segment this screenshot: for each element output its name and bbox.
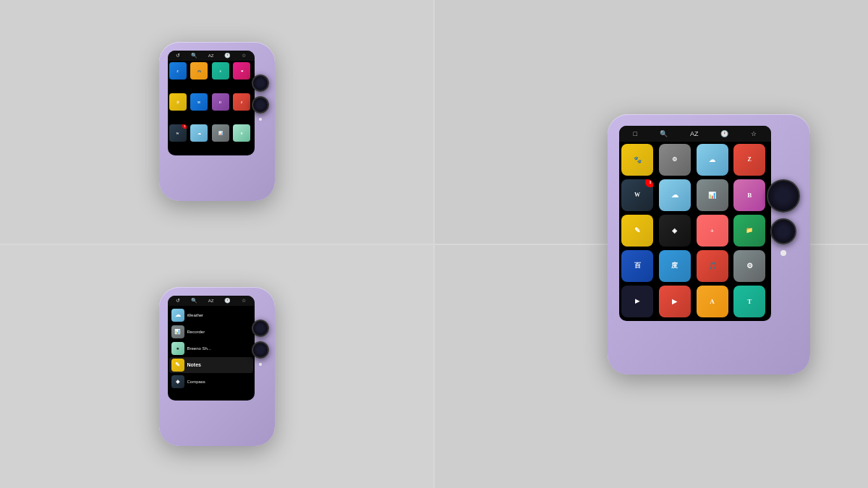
toolbar-bottom-left: ↺ 🔍 AZ 🕐 ☆: [168, 296, 255, 306]
label-weather: Weather: [187, 313, 204, 317]
sensor-bl: [259, 363, 262, 366]
secondary-lens-tl: [252, 96, 269, 114]
clock-icon: 🕐: [224, 53, 231, 59]
badge-lg: 1: [645, 179, 653, 187]
badge-count: 1: [182, 124, 187, 129]
app-r2[interactable]: ⚙: [659, 144, 691, 176]
app-grid-tl: Z 🎮 S ❤ 开 M D Z W 1 ☁ 📊 B: [168, 61, 255, 155]
app-baidu1[interactable]: 百: [621, 250, 653, 282]
clock-icon-bl: 🕐: [224, 298, 231, 304]
star-icon: ☆: [242, 53, 246, 59]
app-zapya-lg[interactable]: Z: [733, 144, 765, 176]
camera-module-tl: [252, 74, 269, 121]
app-zapya[interactable]: Z: [233, 93, 250, 111]
app-r5a[interactable]: ▶: [621, 286, 653, 317]
app-settings[interactable]: ⚙: [733, 250, 765, 282]
app-smart[interactable]: S: [212, 62, 229, 80]
app-music[interactable]: 🎵: [697, 250, 728, 282]
sort-icon-lg: AZ: [690, 130, 699, 137]
app-notes-lg[interactable]: ✎: [621, 215, 653, 247]
app-cloud[interactable]: ☁: [697, 144, 728, 176]
app-badged[interactable]: W1: [621, 179, 653, 211]
list-item-recorder[interactable]: 📊 Recorder: [169, 324, 253, 340]
main-lens-bl: [252, 320, 269, 337]
quadrant-top-left: ↺ 🔍 AZ 🕐 ☆ Z 🎮 S ❤ 开 M D Z: [0, 0, 433, 244]
label-breeno: Breeno Sh...: [187, 346, 211, 351]
phone-large: □ 🔍 AZ 🕐 ☆ 🐾 ⚙ ☁ Z W1 ☁: [608, 114, 810, 374]
app-list-bl: ☁ Weather 📊 Recorder ● Breeno Sh... ✎ No…: [168, 306, 255, 391]
app-breeno[interactable]: B: [233, 124, 250, 142]
phone-bottom-left: ↺ 🔍 AZ 🕐 ☆ ☁ Weather 📊 Recorder: [159, 287, 275, 446]
quadrant-bottom-left: ↺ 🔍 AZ 🕐 ☆ ☁ Weather 📊 Recorder: [0, 245, 433, 489]
camera-module-lg: [767, 179, 800, 256]
box-icon: □: [634, 130, 637, 137]
phone-right-large: □ 🔍 AZ 🕐 ☆ 🐾 ⚙ ☁ Z W1 ☁: [608, 114, 810, 374]
app-compass-lg[interactable]: ◈: [659, 215, 691, 247]
main-lens-tl: [252, 74, 269, 92]
app-digilocker[interactable]: D: [212, 93, 229, 111]
app-game[interactable]: 🎮: [190, 62, 208, 80]
app-r5d[interactable]: T: [733, 286, 765, 317]
list-item-breeno[interactable]: ● Breeno Sh...: [169, 341, 253, 356]
app-kaixin[interactable]: 开: [169, 93, 187, 111]
refresh-icon-bl: ↺: [176, 298, 180, 304]
secondary-lens-bl: [252, 341, 269, 359]
app-r5c[interactable]: A: [697, 286, 728, 317]
app-health[interactable]: ❤: [233, 62, 250, 80]
screen-top-left: ↺ 🔍 AZ 🕐 ☆ Z 🎮 S ❤ 开 M D Z: [168, 51, 255, 155]
label-recorder: Recorder: [187, 330, 205, 334]
icon-compass: ◈: [171, 375, 184, 388]
app-pokemon[interactable]: 🐾: [621, 144, 653, 176]
app-r5b[interactable]: ▶: [659, 286, 691, 317]
refresh-icon: ↺: [176, 53, 180, 59]
toolbar-top-left: ↺ 🔍 AZ 🕐 ☆: [168, 51, 255, 61]
search-icon-lg: 🔍: [660, 130, 668, 137]
app-mimo[interactable]: M: [190, 93, 208, 111]
screen-large: □ 🔍 AZ 🕐 ☆ 🐾 ⚙ ☁ Z W1 ☁: [619, 126, 771, 321]
sensor-tl: [259, 118, 262, 121]
sort-icon: AZ: [208, 53, 214, 58]
app-recorder[interactable]: 📊: [212, 124, 229, 142]
icon-notes: ✎: [171, 359, 184, 372]
sort-icon-bl: AZ: [208, 299, 214, 303]
app-calc[interactable]: +: [697, 215, 728, 247]
main-lens-lg: [767, 179, 800, 213]
search-icon: 🔍: [191, 53, 197, 59]
icon-weather: ☁: [171, 309, 184, 322]
screen-bottom-left: ↺ 🔍 AZ 🕐 ☆ ☁ Weather 📊 Recorder: [168, 296, 255, 401]
clock-icon-lg: 🕐: [720, 130, 728, 137]
star-icon-bl: ☆: [242, 298, 246, 304]
app-baidu2[interactable]: 度: [659, 250, 691, 282]
star-icon-lg: ☆: [751, 130, 757, 137]
toolbar-large: □ 🔍 AZ 🕐 ☆: [619, 126, 771, 142]
app-recorder-lg[interactable]: 📊: [697, 179, 728, 211]
app-breeno-lg[interactable]: B: [733, 179, 765, 211]
app-weather-lg[interactable]: ☁: [659, 179, 691, 211]
list-item-notes[interactable]: ✎ Notes: [169, 357, 253, 373]
app-ios-widget[interactable]: W 1: [169, 124, 187, 142]
list-item-compass[interactable]: ◈ Compass: [169, 374, 253, 390]
app-files[interactable]: 📁: [733, 215, 765, 247]
camera-module-bl: [252, 320, 269, 366]
icon-breeno: ●: [171, 342, 184, 355]
secondary-lens-lg: [770, 218, 796, 244]
phone-top-left: ↺ 🔍 AZ 🕐 ☆ Z 🎮 S ❤ 开 M D Z: [159, 42, 275, 201]
sensor-lg: [780, 250, 786, 256]
app-weather[interactable]: ☁: [190, 124, 208, 142]
icon-recorder: 📊: [171, 325, 184, 338]
list-item-weather[interactable]: ☁ Weather: [169, 307, 253, 323]
search-icon-bl: 🔍: [191, 298, 197, 304]
app-zen-mode[interactable]: Z: [169, 62, 187, 80]
label-notes: Notes: [187, 362, 201, 367]
label-compass: Compass: [187, 380, 205, 384]
